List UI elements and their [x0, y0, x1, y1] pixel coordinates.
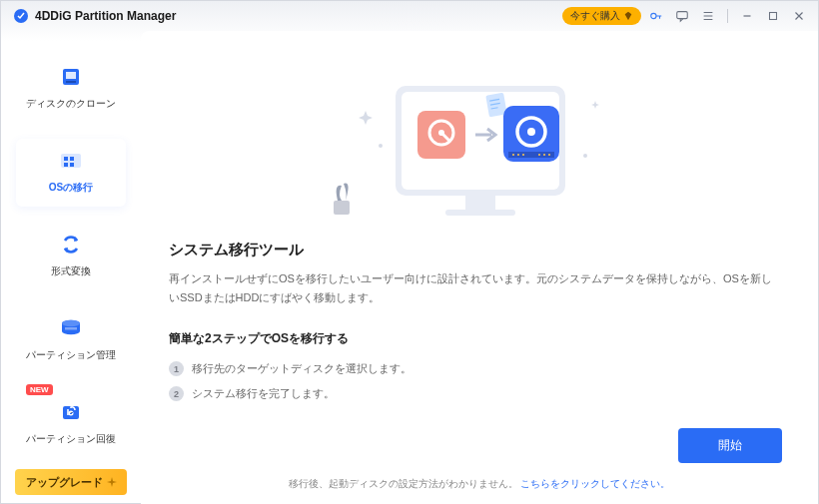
sidebar-item-disk-clone[interactable]: ディスクのクローン	[16, 55, 126, 123]
svg-rect-31	[508, 152, 554, 158]
divider	[727, 9, 728, 23]
svg-point-37	[538, 154, 540, 156]
svg-point-13	[62, 320, 80, 326]
svg-rect-9	[70, 157, 74, 161]
chat-icon[interactable]	[671, 5, 693, 27]
svg-rect-2	[677, 12, 688, 19]
hero-illustration	[169, 51, 782, 241]
svg-point-30	[527, 128, 535, 136]
svg-rect-23	[445, 210, 515, 216]
app-window: 4DDiG Partition Manager 今すぐ購入	[0, 0, 819, 504]
page-subheading: 簡単な2ステップでOSを移行する	[169, 330, 782, 347]
new-badge: NEW	[26, 384, 53, 395]
svg-point-33	[517, 154, 519, 156]
svg-point-34	[522, 154, 524, 156]
step-item: 2 システム移行を完了します。	[169, 386, 782, 401]
sidebar-item-label: 形式変換	[51, 264, 91, 278]
sidebar-item-partition-recover[interactable]: NEW パーティション回復	[16, 390, 126, 458]
footer-text: 移行後、起動ディスクの設定方法がわかりません。	[289, 478, 518, 489]
os-migrate-icon	[57, 147, 85, 175]
sidebar-item-label: パーティション管理	[26, 348, 116, 362]
svg-point-19	[583, 154, 587, 158]
step-item: 1 移行先のターゲットディスクを選択します。	[169, 361, 782, 376]
sidebar-item-label: OSの移行	[49, 181, 93, 195]
sidebar: ディスクのクローン OSの移行 形式変換 パーティション管理	[1, 31, 141, 504]
app-title: 4DDiG Partition Manager	[35, 9, 562, 23]
svg-rect-14	[65, 327, 77, 330]
svg-point-1	[651, 13, 656, 18]
svg-rect-8	[64, 157, 68, 161]
menu-icon[interactable]	[697, 5, 719, 27]
disk-clone-icon	[57, 63, 85, 91]
main-panel: システム移行ツール 再インストールせずにOSを移行したいユーザー向けに設計されて…	[141, 31, 818, 504]
format-convert-icon	[57, 231, 85, 258]
svg-rect-5	[66, 72, 76, 79]
titlebar: 4DDiG Partition Manager 今すぐ購入	[1, 1, 818, 31]
svg-rect-17	[334, 201, 350, 215]
step-number-icon: 2	[169, 386, 184, 401]
buy-now-button[interactable]: 今すぐ購入	[562, 7, 641, 25]
step-text: 移行先のターゲットディスクを選択します。	[192, 361, 411, 376]
sidebar-item-partition-mgmt[interactable]: パーティション管理	[16, 306, 126, 374]
diamond-icon	[623, 11, 633, 21]
sparkle-icon	[107, 477, 117, 487]
sidebar-item-format-convert[interactable]: 形式変換	[16, 223, 126, 290]
key-icon[interactable]	[645, 5, 667, 27]
sidebar-item-os-migrate[interactable]: OSの移行	[16, 139, 126, 207]
page-heading: システム移行ツール	[169, 241, 782, 259]
svg-rect-11	[70, 163, 74, 167]
minimize-button[interactable]	[736, 5, 758, 27]
start-button[interactable]: 開始	[678, 428, 782, 463]
svg-rect-3	[770, 13, 777, 20]
close-button[interactable]	[788, 5, 810, 27]
maximize-button[interactable]	[762, 5, 784, 27]
sidebar-item-label: ディスクのクローン	[26, 97, 116, 111]
upgrade-label: アップグレード	[26, 475, 103, 490]
footer-note: 移行後、起動ディスクの設定方法がわかりません。 こちらをクリックしてください。	[141, 477, 818, 491]
buy-label: 今すぐ購入	[570, 9, 620, 23]
app-logo-icon	[13, 8, 29, 24]
svg-point-36	[543, 154, 545, 156]
partition-recover-icon	[57, 398, 85, 426]
titlebar-right: 今すぐ購入	[562, 5, 810, 27]
body: ディスクのクローン OSの移行 形式変換 パーティション管理	[1, 31, 818, 504]
upgrade-button[interactable]: アップグレード	[15, 469, 127, 495]
footer-link[interactable]: こちらをクリックしてください。	[520, 478, 670, 489]
svg-rect-10	[64, 163, 68, 167]
svg-rect-6	[66, 81, 76, 83]
sidebar-item-label: パーティション回復	[26, 432, 116, 446]
svg-point-32	[512, 154, 514, 156]
svg-point-18	[379, 144, 383, 148]
page-description: 再インストールせずにOSを移行したいユーザー向けに設計されています。元のシステム…	[169, 269, 782, 306]
partition-mgmt-icon	[57, 314, 85, 342]
svg-rect-22	[465, 196, 495, 210]
step-number-icon: 1	[169, 361, 184, 376]
step-text: システム移行を完了します。	[192, 386, 335, 401]
svg-point-35	[548, 154, 550, 156]
